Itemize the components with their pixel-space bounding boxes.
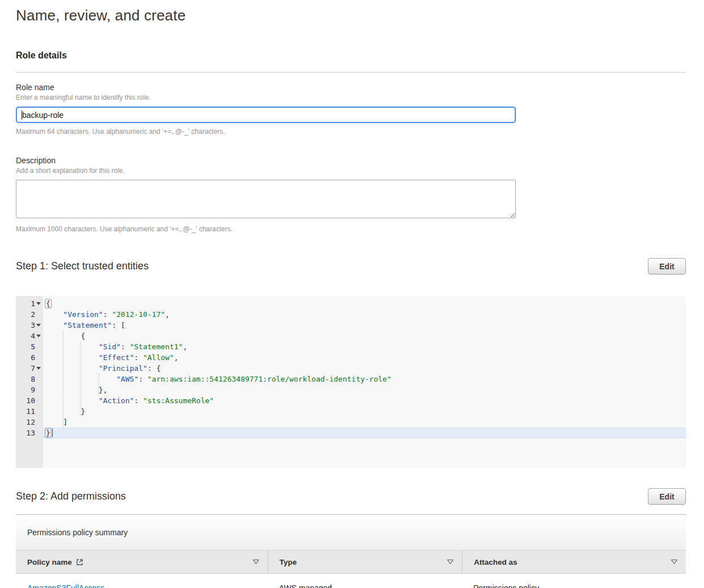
description-field: Description Add a short explanation for … xyxy=(16,156,686,233)
fold-toggle-icon[interactable] xyxy=(35,331,41,341)
role-name-field: Role name Enter a meaningful name to ide… xyxy=(16,83,686,136)
step1-heading: Step 1: Select trusted entities xyxy=(16,260,149,272)
gutter-line: 5 xyxy=(16,341,43,352)
trust-policy-editor[interactable]: 12345678910111213 { "Version": "2012-10-… xyxy=(16,296,686,468)
step2-heading: Step 2: Add permissions xyxy=(16,490,126,502)
step2-edit-button[interactable]: Edit xyxy=(648,488,686,505)
code-line: ] xyxy=(43,417,686,428)
permissions-panel-title: Permissions policy summary xyxy=(27,528,128,537)
gutter-line: 3 xyxy=(16,320,43,331)
fold-spacer xyxy=(35,352,41,363)
editor-cursor xyxy=(52,429,53,437)
gutter-line: 11 xyxy=(16,406,43,417)
fold-toggle-icon[interactable] xyxy=(35,320,41,331)
role-name-constraint: Maximum 64 characters. Use alphanumeric … xyxy=(16,128,686,136)
external-link-icon xyxy=(76,559,83,566)
code-line: } xyxy=(43,428,686,438)
editor-code[interactable]: { "Version": "2012-10-17", "Statement": … xyxy=(43,296,686,468)
column-policy-name-label: Policy name xyxy=(27,558,72,566)
column-policy-name: Policy name xyxy=(16,551,268,573)
gutter-line: 7 xyxy=(16,363,43,374)
code-line: "Version": "2012-10-17", xyxy=(43,309,686,320)
page: Name, review, and create Role details Ro… xyxy=(0,0,704,588)
page-title: Name, review, and create xyxy=(16,7,686,24)
role-details-divider xyxy=(16,72,686,73)
gutter-line: 12 xyxy=(16,417,43,428)
fold-spacer xyxy=(35,417,41,428)
code-line: { xyxy=(43,298,686,309)
code-line: "Sid": "Statement1", xyxy=(43,341,686,352)
role-name-input[interactable]: backup-role xyxy=(16,107,516,123)
editor-gutter: 12345678910111213 xyxy=(16,296,43,468)
code-line: "AWS": "arn:aws:iam::541263489771:role/w… xyxy=(43,374,686,384)
column-type-label: Type xyxy=(279,558,297,566)
fold-spacer xyxy=(35,374,41,384)
code-line: "Principal": { xyxy=(43,363,686,374)
description-hint: Add a short explanation for this role. xyxy=(16,167,686,175)
permissions-table-body: AmazonS3FullAccessAWS managedPermissions… xyxy=(16,574,686,588)
fold-spacer xyxy=(35,428,41,438)
column-attached-as: Attached as xyxy=(462,551,686,573)
fold-spacer xyxy=(35,406,41,417)
permissions-panel: Permissions policy summary Policy name xyxy=(16,515,686,588)
code-line: "Effect": "Allow", xyxy=(43,352,686,363)
column-attached-as-label: Attached as xyxy=(474,558,518,566)
step1-section: Step 1: Select trusted entities Edit 123… xyxy=(16,258,686,468)
code-line: } xyxy=(43,406,686,417)
permissions-panel-header: Permissions policy summary xyxy=(16,515,686,551)
fold-toggle-icon[interactable] xyxy=(35,298,41,309)
table-row: AmazonS3FullAccessAWS managedPermissions… xyxy=(16,574,686,588)
gutter-line: 13 xyxy=(16,428,43,438)
description-textarea[interactable] xyxy=(16,180,516,218)
step2-section: Step 2: Add permissions Edit Permissions… xyxy=(16,488,686,588)
role-name-label: Role name xyxy=(16,83,686,92)
cell-type: AWS managed xyxy=(268,574,462,588)
role-details-heading: Role details xyxy=(16,50,686,61)
filter-dropdown-icon[interactable] xyxy=(447,559,454,565)
code-line: "Statement": [ xyxy=(43,320,686,331)
fold-spacer xyxy=(35,384,41,395)
policy-name-link[interactable]: AmazonS3FullAccess xyxy=(27,583,104,588)
cell-policy-name: AmazonS3FullAccess xyxy=(16,574,268,588)
fold-toggle-icon[interactable] xyxy=(35,363,41,374)
permissions-table: Policy name Type xyxy=(16,551,686,588)
filter-dropdown-icon[interactable] xyxy=(252,559,260,565)
permissions-table-header: Policy name Type xyxy=(16,551,686,574)
description-label: Description xyxy=(16,156,686,165)
description-constraint: Maximum 1000 characters. Use alphanumeri… xyxy=(16,225,686,233)
role-name-value: backup-role xyxy=(22,111,63,120)
code-line: }, xyxy=(43,384,686,395)
gutter-line: 8 xyxy=(16,374,43,384)
column-type: Type xyxy=(268,551,462,573)
fold-spacer xyxy=(35,309,41,320)
gutter-line: 10 xyxy=(16,395,43,406)
gutter-line: 4 xyxy=(16,331,43,341)
step1-edit-button[interactable]: Edit xyxy=(648,258,686,274)
gutter-line: 9 xyxy=(16,384,43,395)
gutter-line: 2 xyxy=(16,309,43,320)
code-line: { xyxy=(43,331,686,341)
code-line: "Action": "sts:AssumeRole" xyxy=(43,395,686,406)
cell-attached-as: Permissions policy xyxy=(462,574,686,588)
gutter-line: 6 xyxy=(16,352,43,363)
gutter-line: 1 xyxy=(16,298,43,309)
filter-dropdown-icon[interactable] xyxy=(671,559,678,565)
role-name-hint: Enter a meaningful name to identify this… xyxy=(16,94,686,101)
fold-spacer xyxy=(35,341,41,352)
fold-spacer xyxy=(35,395,41,406)
